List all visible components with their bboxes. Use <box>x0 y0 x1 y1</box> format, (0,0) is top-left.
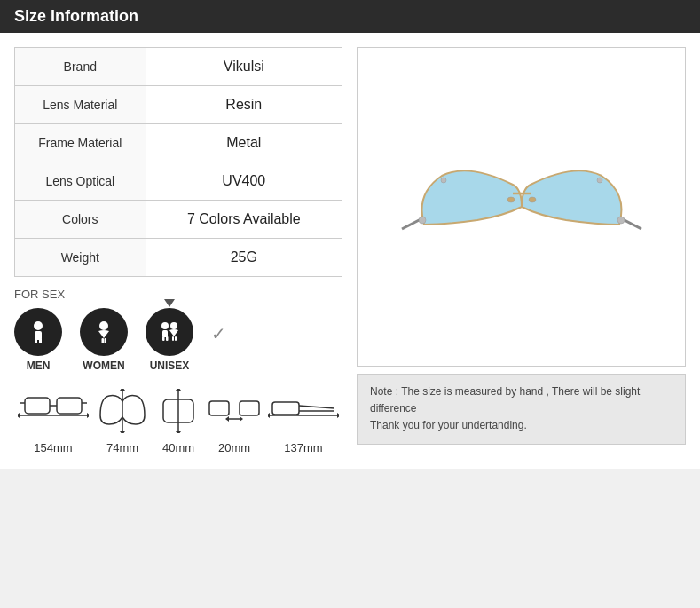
size-value-40: 40mm <box>162 441 194 454</box>
size-value-137: 137mm <box>284 441 322 454</box>
svg-rect-30 <box>240 401 259 415</box>
svg-marker-15 <box>18 413 20 418</box>
svg-point-48 <box>617 217 625 224</box>
left-section: BrandVikulsiLens MaterialResinFrame Mate… <box>14 47 342 454</box>
size-item-40: 40mm <box>156 386 201 454</box>
size-item-154: 154mm <box>18 386 89 454</box>
selected-arrow-icon <box>164 299 175 307</box>
table-cell-label: Colors <box>15 201 146 239</box>
sex-item-men: MEN <box>14 308 62 372</box>
bridge-icon <box>208 389 261 433</box>
svg-line-38 <box>299 406 334 408</box>
svg-rect-29 <box>209 401 229 415</box>
table-cell-value: 7 Colors Available <box>146 201 342 239</box>
svg-point-47 <box>419 217 426 224</box>
table-cell-value: Metal <box>146 124 342 162</box>
for-sex-section: FOR SEX MEN <box>14 288 342 372</box>
right-section: Note : The size is measured by hand , Th… <box>357 47 686 454</box>
page-title: Size Information <box>14 7 138 25</box>
svg-marker-24 <box>120 431 125 433</box>
sex-item-women: WOMEN <box>80 308 128 372</box>
size-value-20: 20mm <box>218 441 250 454</box>
svg-rect-17 <box>25 398 50 414</box>
svg-point-4 <box>99 321 108 330</box>
svg-point-11 <box>170 322 177 329</box>
size-icon-20 <box>208 386 261 436</box>
table-cell-value: Resin <box>146 86 342 124</box>
table-cell-label: Frame Material <box>15 124 146 162</box>
svg-rect-12 <box>172 336 174 341</box>
svg-rect-9 <box>162 336 165 341</box>
svg-rect-8 <box>162 330 168 337</box>
svg-marker-33 <box>240 416 243 422</box>
size-icon-137 <box>268 386 339 436</box>
table-cell-label: Weight <box>15 239 146 277</box>
frame-width-icon <box>18 389 89 433</box>
table-row: Frame MaterialMetal <box>15 124 342 162</box>
page-container: Size Information BrandVikulsiLens Materi… <box>0 0 700 469</box>
size-icon-154 <box>18 386 89 436</box>
table-cell-label: Lens Material <box>15 86 146 124</box>
size-value-154: 154mm <box>34 441 72 454</box>
glasses-illustration <box>397 136 646 278</box>
table-row: Lens MaterialResin <box>15 86 342 124</box>
sizes-row: 154mm 74mm <box>14 386 342 454</box>
table-row: Lens OpticalUV400 <box>15 162 342 201</box>
size-icon-74 <box>96 386 149 436</box>
svg-point-0 <box>34 321 43 330</box>
svg-rect-3 <box>39 338 42 343</box>
men-icon <box>25 319 51 345</box>
svg-point-45 <box>441 178 446 183</box>
unisex-icon <box>156 319 183 345</box>
women-label: WOMEN <box>83 359 124 372</box>
temple-icon <box>268 389 339 433</box>
svg-marker-32 <box>225 416 229 422</box>
svg-marker-26 <box>176 389 181 391</box>
table-row: Colors7 Colors Available <box>15 201 342 239</box>
svg-marker-23 <box>120 389 125 391</box>
note-line1: Note : The size is measured by hand , Th… <box>370 383 672 417</box>
svg-point-44 <box>529 197 536 202</box>
svg-rect-13 <box>175 336 177 341</box>
table-cell-label: Lens Optical <box>15 162 146 201</box>
sex-item-unisex: UNISEX <box>146 308 193 372</box>
size-item-74: 74mm <box>96 386 149 454</box>
table-cell-value: Vikulsi <box>146 48 342 86</box>
svg-point-7 <box>161 322 169 329</box>
for-sex-label: FOR SEX <box>14 288 342 301</box>
svg-marker-16 <box>87 413 89 418</box>
svg-rect-2 <box>35 338 37 343</box>
table-cell-value: 25G <box>146 239 342 277</box>
men-label: MEN <box>27 359 51 372</box>
svg-rect-10 <box>166 336 169 341</box>
note-line2: Thank you for your undertanding. <box>370 417 672 434</box>
size-icon-40 <box>156 386 201 436</box>
men-icon-circle <box>14 308 62 356</box>
svg-point-46 <box>597 178 602 183</box>
svg-rect-5 <box>102 338 105 343</box>
table-row: BrandVikulsi <box>15 48 342 86</box>
main-content: BrandVikulsiLens MaterialResinFrame Mate… <box>0 33 700 469</box>
size-item-20: 20mm <box>208 386 261 454</box>
info-table: BrandVikulsiLens MaterialResinFrame Mate… <box>14 47 342 277</box>
size-item-137: 137mm <box>268 386 339 454</box>
svg-marker-35 <box>268 413 270 418</box>
sex-icons-container: MEN WOMEN <box>14 308 342 372</box>
table-cell-value: UV400 <box>146 162 342 201</box>
women-icon <box>90 319 117 345</box>
women-icon-circle <box>80 308 128 356</box>
svg-rect-37 <box>272 402 299 415</box>
svg-marker-27 <box>176 431 181 433</box>
frame-height-icon <box>96 389 149 433</box>
svg-rect-6 <box>105 338 107 343</box>
note-box: Note : The size is measured by hand , Th… <box>357 374 686 445</box>
svg-rect-18 <box>57 398 82 414</box>
unisex-label: UNISEX <box>150 359 190 372</box>
table-cell-label: Brand <box>15 48 146 86</box>
size-value-74: 74mm <box>106 441 138 454</box>
svg-point-43 <box>507 197 515 202</box>
table-row: Weight25G <box>15 239 342 277</box>
unisex-icon-circle <box>146 308 193 356</box>
page-header: Size Information <box>0 0 700 33</box>
lens-height-icon <box>156 389 201 433</box>
